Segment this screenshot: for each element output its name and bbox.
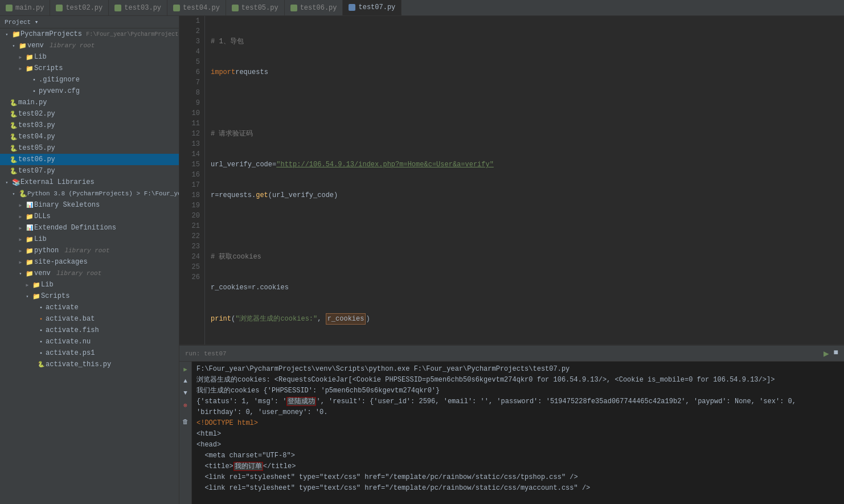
sidebar-item-venv2[interactable]: ▾ 📁 venv library root [0,268,179,279]
code-line-1: # 1、导包 [211,36,838,47]
run-label: run: test07 [185,350,227,357]
tab-test04-py[interactable]: test04.py [167,0,226,15]
sidebar-item-label: External Libraries [21,178,95,186]
stop-button[interactable]: ■ [834,348,838,359]
sidebar-item-test04[interactable]: 🐍 test04.py [0,131,179,142]
tab-label: test02.py [65,4,103,12]
code-line-4: # 请求验证码 [211,129,838,139]
expand-icon: ▶ [16,223,25,232]
terminal-line-8: <meta charset="UTF-8"> [196,450,839,461]
sidebar-item-label: test07.py [18,167,55,175]
py-file-icon [6,5,13,11]
sidebar-item-label: Extended Definitions [34,224,116,232]
py-file-icon [56,5,63,11]
sidebar-item-activate-bat[interactable]: ▪ activate.bat [0,313,179,325]
terminal-line-11: <link rel="stylesheet" type="text/css" h… [196,483,839,494]
code-line-2: import requests [211,67,838,77]
down-btn[interactable]: ▼ [181,388,191,398]
sidebar-item-dlls[interactable]: ▶ 📁 DLLs [0,211,179,222]
expand-icon: ▾ [2,178,11,187]
sidebar-item-lib3[interactable]: ▶ 📁 Lib [0,279,179,290]
py-icon: 🐍 [9,121,18,130]
up-btn[interactable]: ▲ [181,376,191,386]
sidebar-item-label: PycharmProjects F:\Four_year\PycharmProj… [21,30,179,38]
folder-icon: 📁 [25,269,34,278]
sidebar-item-label: venv library root [34,269,101,277]
py-icon: 🐍 [9,144,18,153]
sidebar-item-pyvenv[interactable]: ▪ pyvenv.cfg [0,85,179,97]
sidebar-item-test03[interactable]: 🐍 test03.py [0,120,179,131]
terminal-line-1: F:\Four_year\PycharmProjects\venv\Script… [196,364,839,375]
sidebar-item-extended-defs[interactable]: ▶ 📊 Extended Definitions [0,222,179,233]
tab-label: test03.py [124,4,161,12]
sidebar-item-venv[interactable]: ▾ 📁 venv library root [0,40,179,51]
tab-main-py[interactable]: main.py [0,0,50,15]
sidebar-item-test06[interactable]: 🐍 test06.py [0,154,179,165]
python-icon: 🐍 [18,189,27,198]
bat-file-icon: ▪ [36,314,46,323]
py-file-icon [290,5,297,11]
sidebar-item-label: test03.py [18,121,55,129]
py-file-icon [232,5,239,11]
terminal-line-6: <html> [196,429,839,440]
terminal-line-5: <!DOCTYPE html> [196,418,839,429]
lib-folder-icon: 📊 [25,223,34,232]
folder-icon: 📁 [32,280,41,289]
expand-icon: ▶ [16,212,25,221]
sidebar-item-label: activate.fish [46,326,99,334]
run-button[interactable]: ▶ [823,348,829,359]
code-line-8: # 获取cookies [211,252,838,262]
tab-test02-py[interactable]: test02.py [50,0,109,15]
tab-label: test05.py [241,4,278,12]
sidebar-item-binary-skeletons[interactable]: ▶ 📊 Binary Skeletons [0,199,179,211]
sidebar-item-lib[interactable]: ▶ 📁 Lib [0,51,179,63]
sidebar-item-label: Lib [41,281,54,289]
sidebar-item-site-packages[interactable]: ▶ 📁 site-packages [0,256,179,268]
sidebar-item-test07[interactable]: 🐍 test07.py [0,165,179,177]
sidebar-item-python-lib[interactable]: ▶ 📁 python library root [0,245,179,256]
py-icon: 🐍 [9,109,18,118]
tab-test06-py[interactable]: test06.py [285,0,343,15]
trash-btn[interactable]: 🗑 [181,416,191,427]
code-editor[interactable]: # 1、导包 import requests # 请求验证码 url_verif… [205,16,844,345]
sidebar-item-pycharmprojects[interactable]: ▾ 📁 PycharmProjects F:\Four_year\Pycharm… [0,28,179,40]
sidebar-item-label: activate.nu [46,338,91,346]
sidebar-item-activate-this[interactable]: 🐍 activate_this.py [0,359,179,370]
folder-icon: 📁 [25,64,34,73]
sidebar-item-test02[interactable]: 🐍 test02.py [0,108,179,120]
project-header-label: Project ▾ [5,18,38,26]
tab-test03-py[interactable]: test03.py [109,0,167,15]
tab-bar: main.py test02.py test03.py test04.py te… [0,0,844,16]
main-content: Project ▾ ▾ 📁 PycharmProjects F:\Four_ye… [0,16,844,504]
code-line-9: r_cookies = r.cookies [211,282,838,293]
run-btn[interactable]: ▶ [181,364,191,374]
sidebar-item-label: Scripts [41,292,69,300]
tab-test07-py[interactable]: test07.py [343,0,401,15]
sidebar-item-scripts[interactable]: ▶ 📁 Scripts [0,63,179,74]
stop-run-btn[interactable]: ⊗ [181,400,191,410]
file-icon: ▪ [36,303,46,312]
expand-icon: ▾ [9,189,18,198]
expand-icon: ▶ [16,200,25,210]
folder-icon: 📁 [18,41,27,50]
code-line-5: url_verify_code = "http://106.54.9.13/in… [211,159,838,170]
sidebar-item-activate[interactable]: ▪ activate [0,302,179,313]
sidebar-item-label: activate_this.py [46,360,111,368]
sidebar-item-activate-nu[interactable]: ▪ activate.nu [0,336,179,347]
sidebar-item-label: site-packages [34,258,88,266]
sidebar-item-scripts2[interactable]: ▾ 📁 Scripts [0,290,179,302]
sidebar-item-lib2[interactable]: ▶ 📁 Lib [0,233,179,245]
sidebar-item-label: Lib [34,235,47,243]
sidebar-item-test05[interactable]: 🐍 test05.py [0,142,179,154]
sidebar-item-activate-ps1[interactable]: ▪ activate.ps1 [0,347,179,359]
terminal-line-3: 我们生成的cookies {'PHPSESSID': 'p5men6chb50s… [196,386,839,396]
tab-test05-py[interactable]: test05.py [226,0,285,15]
sidebar-item-label: venv library root [27,42,95,50]
sidebar-item-python38[interactable]: ▾ 🐍 Python 3.8 (PycharmProjects) > F:\Fo… [0,188,179,199]
sidebar-item-activate-fish[interactable]: ▪ activate.fish [0,325,179,336]
sidebar-item-gitignore[interactable]: ▪ .gitignore [0,74,179,85]
sidebar-item-external-libs[interactable]: ▾ 📚 External Libraries [0,177,179,188]
fish-file-icon: ▪ [36,326,46,335]
terminal-controls: ▶ ▲ ▼ ⊗ 🗑 [179,362,192,504]
sidebar-item-main-py[interactable]: 🐍 main.py [0,97,179,108]
